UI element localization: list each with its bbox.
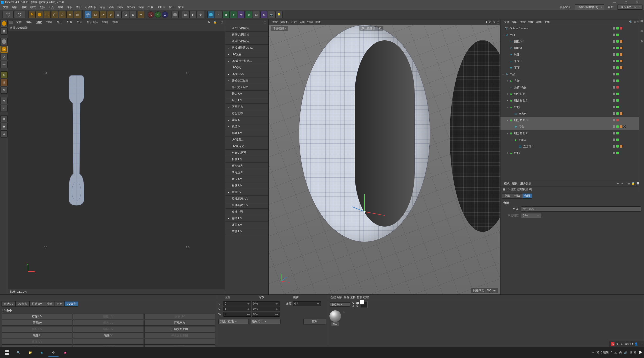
om-menu-bookmarks[interactable]: 书签 — [544, 20, 550, 24]
coord-system-button[interactable] — [172, 11, 179, 18]
obj-row-2[interactable]: ⬭圆柱体.1 — [500, 38, 644, 45]
app-pink-button[interactable]: ▣ — [60, 348, 70, 357]
color-swatch[interactable] — [361, 301, 368, 308]
vp-menu-options[interactable]: 选项 — [299, 20, 305, 24]
tag-dot[interactable] — [616, 99, 619, 102]
s-mode-2-icon[interactable]: S — [1, 79, 8, 86]
uv-tab-0[interactable]: 自动UV — [2, 301, 15, 307]
tag-dot[interactable] — [613, 106, 615, 108]
generator-1-button[interactable]: ▣ — [222, 11, 230, 18]
uv-cmd-3[interactable]: ▪从投射设置UVW... — [225, 45, 268, 51]
nodespace-combo[interactable]: 当前 (标准/物理) — [575, 4, 604, 10]
main-menu-14[interactable]: 渲染 — [137, 5, 146, 10]
texture-mode-icon[interactable]: ▦ — [1, 27, 8, 35]
expand-icon[interactable]: + — [506, 99, 509, 102]
obj-row-6[interactable]: ▭平面 — [500, 64, 644, 71]
tag-dot[interactable] — [620, 40, 622, 43]
tag-dot[interactable] — [613, 93, 615, 95]
viewport-move-gizmo[interactable] — [349, 191, 390, 232]
tag-dot[interactable] — [616, 125, 619, 128]
am-menu-userdata[interactable]: 用户数据 — [520, 182, 531, 185]
uv-max-icon[interactable]: ▢ — [219, 20, 224, 24]
lasso-tool[interactable]: ◯ — [51, 11, 58, 18]
cube-tool[interactable] — [36, 11, 43, 18]
tag-dot[interactable] — [620, 47, 622, 49]
tag-dot[interactable] — [616, 66, 619, 69]
attr-texture-combo[interactable]: 空白画布 — [521, 206, 641, 212]
tag-dot[interactable] — [613, 119, 615, 121]
vp-nav-1-icon[interactable]: ✥ — [485, 20, 488, 24]
attr-tab-0[interactable]: 显示 — [502, 193, 512, 199]
obj-row-3[interactable]: ⬭圆柱体 — [500, 45, 644, 51]
tag-dot[interactable] — [616, 152, 619, 154]
vp-max-icon[interactable]: ▢ — [497, 20, 499, 24]
maximize-button[interactable]: ▢ — [620, 0, 632, 4]
tag-dot[interactable] — [616, 40, 619, 43]
uv-menu-view[interactable]: 查看 — [35, 20, 43, 24]
minimize-button[interactable]: — — [609, 0, 620, 4]
tag-dot[interactable] — [616, 119, 619, 121]
mat-menu-edit[interactable]: 编辑 — [337, 295, 343, 299]
workplane-icon[interactable]: ▱ — [1, 105, 8, 112]
main-menu-11[interactable]: 动画 — [107, 5, 116, 10]
uv-cmd-4[interactable]: ▪UV拆解... — [225, 51, 268, 58]
search-button[interactable]: 🔍 — [14, 348, 24, 357]
object-mode-icon[interactable] — [1, 38, 8, 45]
attr-tab-2[interactable]: 背面 — [522, 193, 532, 199]
am-list-icon[interactable]: ☰ — [636, 182, 639, 185]
obj-row-9[interactable]: 〰后背.样条 — [500, 84, 644, 91]
tag-dot[interactable] — [613, 132, 615, 134]
mat-menu-select[interactable]: 选择 — [350, 295, 356, 299]
main-menu-13[interactable]: 跟踪器 — [125, 5, 136, 10]
uv-cmd-5[interactable]: ▪UV焊接并松弛... — [225, 58, 268, 64]
s-mode-1-icon[interactable]: S — [1, 71, 8, 78]
main-menu-5[interactable]: 工具 — [47, 5, 55, 10]
uv-cmd-8[interactable]: ▪开始交互贴图 — [225, 77, 268, 84]
point-mode-icon[interactable] — [1, 46, 8, 53]
om-eye-icon[interactable]: 👁 — [634, 20, 636, 24]
uv-menu-filter[interactable]: 过滤 — [45, 20, 53, 24]
tag-dot[interactable] — [616, 60, 619, 62]
coord-apply-button[interactable]: 应用 — [303, 319, 326, 324]
edge-button[interactable]: ◉ — [37, 348, 47, 357]
tray-user-icon[interactable]: 👤 — [634, 342, 638, 346]
main-menu-17[interactable]: 窗口 — [167, 5, 176, 10]
tag-dot[interactable] — [616, 93, 619, 95]
tag-dot[interactable] — [616, 132, 619, 134]
am-up-icon[interactable]: ↑ — [625, 182, 627, 185]
am-menu-mode[interactable]: 模式 — [504, 182, 510, 185]
mograph-button[interactable]: ⊚ — [245, 11, 252, 18]
expand-icon[interactable]: - — [506, 119, 509, 122]
tag-dot[interactable] — [616, 112, 619, 115]
attr-opacity-input[interactable]: 0 %◂▸ — [521, 213, 541, 218]
am-back-icon[interactable]: ← — [617, 182, 620, 185]
ime-lang[interactable]: 英 — [616, 342, 619, 346]
om-menu-object[interactable]: 对象 — [528, 20, 534, 24]
main-menu-3[interactable]: 模式 — [29, 5, 37, 10]
uv-btn-1-0[interactable]: 重置UV — [2, 320, 72, 326]
prim-cube-button[interactable] — [207, 11, 214, 18]
uv-canvas[interactable]: 0,1 1,1 0,0 1,0 VU — [8, 31, 225, 289]
main-menu-12[interactable]: 模拟 — [116, 5, 125, 10]
tag-dot[interactable] — [616, 145, 619, 148]
om-search-icon[interactable]: 🔍 — [629, 20, 633, 24]
tag-dot[interactable] — [616, 106, 619, 108]
ime-icon[interactable]: S — [611, 342, 614, 346]
snap2-icon[interactable]: ⊞ — [1, 123, 8, 130]
tag-dot[interactable] — [613, 139, 615, 141]
undo-button[interactable] — [3, 11, 14, 18]
snap-tool-1[interactable]: ▦ — [115, 11, 122, 18]
uv-tab-1[interactable]: UV打包 — [15, 301, 29, 307]
deformer-button[interactable]: ❋ — [238, 11, 245, 18]
tray-up-icon[interactable]: ˄ — [611, 351, 612, 354]
tag-dot[interactable] — [620, 145, 622, 148]
tag-button[interactable]: ◉ — [260, 11, 267, 18]
expand-icon[interactable]: + — [506, 151, 509, 154]
snap-icon[interactable]: ▦ — [1, 115, 8, 122]
tag-dot[interactable] — [613, 47, 615, 49]
tag-dot[interactable] — [620, 60, 622, 62]
obj-row-7[interactable]: -⊘产品 — [500, 71, 644, 77]
tag-dot[interactable] — [613, 112, 615, 115]
tag-dot[interactable] — [613, 125, 615, 128]
coord-scale-V[interactable]: 0 %◂▸ — [252, 307, 279, 311]
